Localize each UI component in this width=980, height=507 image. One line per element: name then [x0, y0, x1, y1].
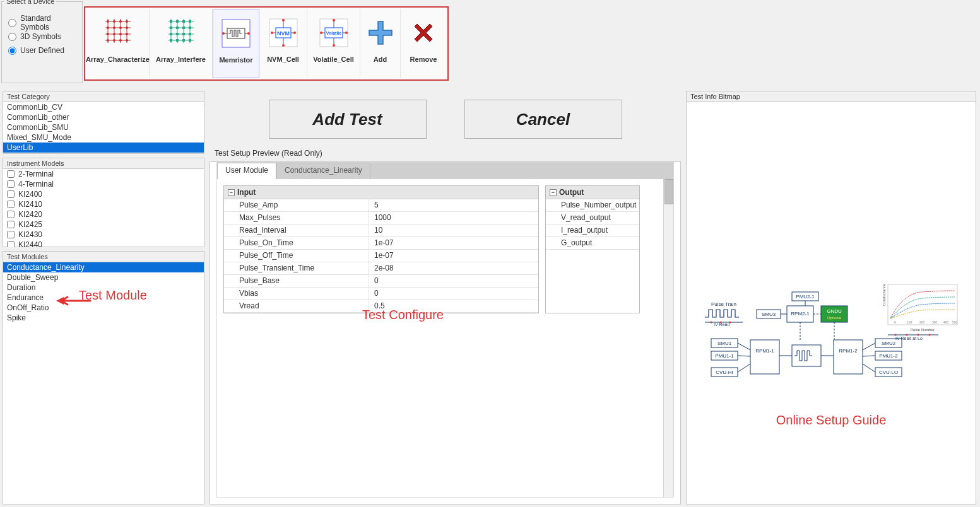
property-value: 2e-08: [369, 262, 538, 274]
tab-user-module[interactable]: User Module: [217, 163, 276, 179]
list-item[interactable]: UserLib: [3, 143, 204, 153]
toolbar-item-label: Array_Interfere: [156, 55, 206, 63]
list-item[interactable]: CommonLib_other: [3, 112, 204, 122]
property-row[interactable]: Read_Interval10: [224, 224, 538, 237]
svg-text:RPM1-1: RPM1-1: [755, 348, 774, 354]
check-item[interactable]: 4-Terminal: [3, 179, 204, 189]
property-row[interactable]: Pulse_On_Time1e-07: [224, 237, 538, 250]
svg-text:RPM2-1: RPM2-1: [791, 311, 810, 317]
list-item[interactable]: Spike: [3, 313, 204, 323]
list-item[interactable]: Endurance: [3, 293, 204, 303]
check-item[interactable]: KI2430: [3, 230, 204, 240]
radio-standard-symbols[interactable]: Standard Symbols: [8, 16, 77, 30]
svg-line-106: [863, 364, 875, 372]
property-row[interactable]: V_read_output: [546, 212, 639, 224]
property-row[interactable]: Pulse_Base0: [224, 275, 538, 288]
property-value: 1e-07: [369, 250, 538, 262]
toolbar-item-remove[interactable]: Remove: [401, 9, 446, 78]
svg-point-8: [107, 20, 109, 23]
property-row[interactable]: Pulse_Amp5: [224, 199, 538, 212]
check-item[interactable]: KI2400: [3, 189, 204, 199]
instrument-models-listbox[interactable]: 2-Terminal4-TerminalKI2400KI2410KI2420KI…: [3, 169, 204, 247]
toolbar-item-label: Array_Characterize: [86, 55, 150, 63]
checkbox-input[interactable]: [7, 221, 15, 228]
svg-point-135: [929, 334, 931, 336]
svg-point-74: [320, 32, 322, 34]
toolbar-item-nvm-cell[interactable]: NVM NVM_Cell: [259, 9, 307, 78]
test-category-listbox[interactable]: CommonLib_CVCommonLib_otherCommonLib_SMU…: [3, 102, 204, 154]
list-item[interactable]: Duration: [3, 283, 204, 293]
list-item[interactable]: Double_Sweep: [3, 272, 204, 283]
add-test-button[interactable]: Add Test: [269, 100, 427, 139]
property-value: 0: [369, 288, 538, 300]
array-interfere-icon: [162, 14, 200, 52]
check-item[interactable]: KI2410: [3, 199, 204, 209]
svg-text:PMU1-1: PMU1-1: [715, 353, 734, 359]
svg-point-70: [333, 19, 335, 21]
svg-text:SMU1: SMU1: [717, 341, 732, 346]
property-row[interactable]: Pulse_Off_Time1e-07: [224, 250, 538, 262]
radio-3d-symbols-input[interactable]: [8, 33, 16, 41]
select-device-panel: Select a Device Standard Symbols 3D Symb…: [1, 1, 83, 83]
test-modules-listbox[interactable]: Conductance_LinearityDouble_SweepDuratio…: [3, 262, 204, 507]
add-icon: [362, 14, 399, 52]
check-item[interactable]: KI2420: [3, 209, 204, 219]
toolbar-item-add[interactable]: Add: [360, 9, 401, 78]
svg-point-133: [906, 334, 908, 336]
radio-3d-symbols[interactable]: 3D Symbols: [8, 30, 77, 44]
svg-rect-45: [176, 39, 179, 42]
test-info-bitmap-body: Pulse Train IV Read SMU1 PMU1-1 CVU-HI R…: [687, 102, 976, 503]
radio-user-defined-input[interactable]: [8, 47, 16, 55]
toolbar-item-label: NVM_Cell: [267, 55, 299, 63]
radio-standard-symbols-input[interactable]: [8, 19, 16, 27]
property-key: Read_Interval: [224, 224, 369, 236]
cancel-button[interactable]: Cancel: [464, 100, 622, 139]
toolbar-item-array-interfere[interactable]: Array_Interfere: [150, 9, 213, 78]
preview-scrollbar[interactable]: [663, 179, 673, 497]
property-row[interactable]: Vbias0: [224, 288, 538, 300]
svg-point-13: [113, 26, 115, 29]
checkbox-input[interactable]: [7, 241, 15, 247]
toolbar-item-array-characterize[interactable]: Array_Characterize: [86, 9, 150, 78]
svg-rect-47: [189, 39, 191, 42]
output-header: Output: [559, 188, 584, 197]
list-item[interactable]: CommonLib_CV: [3, 102, 204, 112]
svg-text:300: 300: [932, 320, 938, 324]
property-row[interactable]: G_output: [546, 237, 639, 250]
check-item[interactable]: KI2425: [3, 219, 204, 230]
list-item[interactable]: CommonLib_SMU: [3, 122, 204, 132]
tab-conductance-linearity[interactable]: Conductance_Linearity: [276, 163, 370, 179]
property-row[interactable]: I_read_output: [546, 224, 639, 237]
input-property-grid: −Input Pulse_Amp5Max_Pulses1000Read_Inte…: [223, 185, 539, 313]
checkbox-input[interactable]: [7, 211, 15, 218]
radio-user-defined[interactable]: User Defined: [8, 44, 77, 57]
svg-rect-41: [176, 33, 179, 35]
svg-rect-34: [182, 20, 185, 23]
checkbox-input[interactable]: [7, 231, 15, 238]
property-row[interactable]: Max_Pulses1000: [224, 212, 538, 224]
toolbar-item-memristor[interactable]: Memristor: [213, 9, 259, 78]
checkbox-input[interactable]: [7, 190, 15, 198]
checkbox-input[interactable]: [7, 170, 15, 178]
check-item[interactable]: KI2440: [3, 240, 204, 247]
svg-rect-44: [170, 39, 172, 42]
checkbox-input[interactable]: [7, 180, 15, 188]
svg-text:200: 200: [919, 320, 925, 324]
list-item[interactable]: Mixed_SMU_Mode: [3, 132, 204, 143]
list-item[interactable]: Conductance_Linearity: [3, 262, 204, 272]
list-item[interactable]: OnOff_Ratio: [3, 303, 204, 313]
svg-point-59: [282, 19, 285, 21]
property-row[interactable]: Pulse_Number_output: [546, 199, 639, 212]
collapse-icon[interactable]: −: [550, 189, 557, 196]
property-row[interactable]: Pulse_Transient_Time2e-08: [224, 262, 538, 275]
check-item[interactable]: 2-Terminal: [3, 169, 204, 179]
svg-point-22: [119, 39, 122, 42]
svg-text:SMU3: SMU3: [762, 312, 776, 317]
toolbar-item-volatile-cell[interactable]: Volatile Volatile_Cell: [307, 9, 360, 78]
checkbox-input[interactable]: [7, 201, 15, 208]
collapse-icon[interactable]: −: [228, 189, 235, 196]
svg-point-132: [895, 334, 897, 336]
check-item-label: KI2420: [18, 210, 42, 219]
check-item-label: KI2430: [18, 230, 42, 239]
property-row[interactable]: Vread0.5: [224, 300, 538, 313]
